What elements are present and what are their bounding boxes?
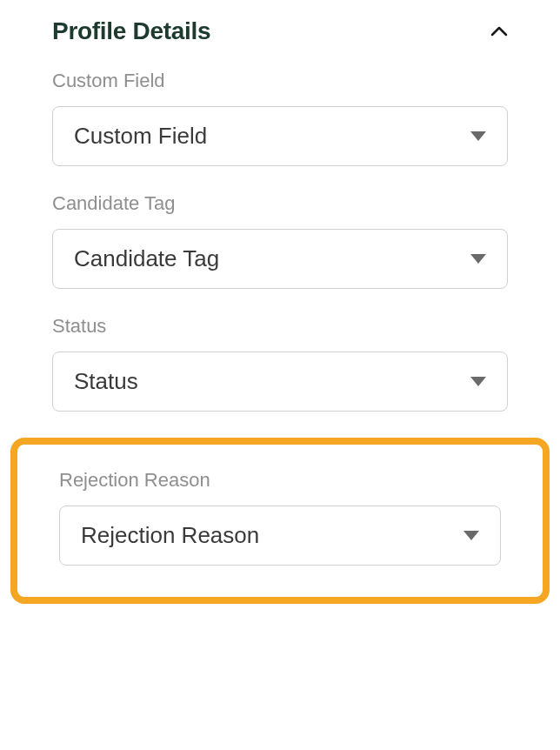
section-header[interactable]: Profile Details [52, 17, 508, 45]
custom-field-label: Custom Field [52, 70, 508, 92]
custom-field-dropdown[interactable]: Custom Field [52, 106, 508, 166]
candidate-tag-value: Candidate Tag [74, 245, 219, 272]
candidate-tag-label: Candidate Tag [52, 192, 508, 215]
status-group: Status Status [52, 315, 508, 412]
rejection-reason-dropdown[interactable]: Rejection Reason [59, 506, 501, 566]
rejection-reason-label: Rejection Reason [59, 469, 501, 492]
status-value: Status [74, 368, 138, 395]
candidate-tag-dropdown[interactable]: Candidate Tag [52, 229, 508, 289]
caret-down-icon [463, 531, 479, 540]
custom-field-group: Custom Field Custom Field [52, 70, 508, 166]
rejection-reason-highlight: Rejection Reason Rejection Reason [10, 438, 550, 604]
caret-down-icon [470, 131, 486, 141]
section-title: Profile Details [52, 17, 210, 45]
status-dropdown[interactable]: Status [52, 352, 508, 412]
custom-field-value: Custom Field [74, 123, 207, 150]
caret-down-icon [470, 377, 486, 386]
rejection-reason-group: Rejection Reason Rejection Reason [59, 469, 501, 566]
status-label: Status [52, 315, 508, 338]
rejection-reason-value: Rejection Reason [81, 522, 259, 549]
candidate-tag-group: Candidate Tag Candidate Tag [52, 192, 508, 289]
chevron-up-icon [490, 26, 508, 37]
caret-down-icon [470, 254, 486, 264]
